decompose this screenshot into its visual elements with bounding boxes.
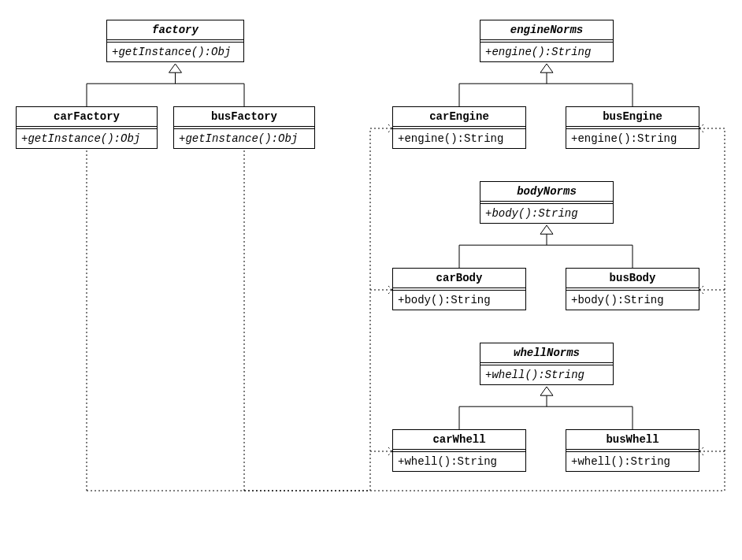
class-factory: factory+getInstance():Obj (106, 20, 244, 62)
svg-marker-5 (540, 64, 553, 72)
class-carFactory: carFactory+getInstance():Obj (16, 106, 158, 149)
class-title: carWhell (393, 430, 525, 450)
class-title: factory (107, 20, 243, 40)
svg-line-36 (699, 124, 704, 128)
class-whellNorms: whellNorms+whell():String (480, 343, 614, 385)
class-busBody: busBody+body():String (566, 268, 699, 310)
class-title: busWhell (566, 430, 699, 450)
svg-line-39 (699, 285, 704, 290)
class-title: busBody (566, 269, 699, 288)
class-method: +engine():String (480, 43, 613, 61)
class-engineNorms: engineNorms+engine():String (480, 20, 614, 62)
class-title: carFactory (17, 107, 157, 127)
class-title: bodyNorms (480, 182, 613, 202)
class-method: +whell():String (393, 452, 525, 471)
svg-line-43 (699, 451, 704, 456)
class-busEngine: busEngine+engine():String (566, 106, 699, 149)
uml-canvas: factory+getInstance():ObjcarFactory+getI… (0, 0, 742, 560)
class-busFactory: busFactory+getInstance():Obj (173, 106, 315, 149)
class-title: busEngine (566, 107, 699, 127)
class-method: +whell():String (566, 452, 699, 471)
class-method: +body():String (566, 291, 699, 310)
class-method: +getInstance():Obj (107, 43, 243, 61)
svg-line-40 (699, 290, 704, 295)
svg-line-42 (699, 447, 704, 451)
class-method: +whell():String (480, 365, 613, 384)
class-title: busFactory (174, 107, 314, 127)
svg-marker-10 (540, 225, 553, 234)
class-busWhell: busWhell+whell():String (566, 429, 699, 472)
class-bodyNorms: bodyNorms+body():String (480, 181, 614, 224)
class-method: +getInstance():Obj (174, 129, 314, 148)
class-method: +body():String (393, 291, 525, 310)
svg-line-37 (699, 128, 704, 133)
class-carEngine: carEngine+engine():String (392, 106, 526, 149)
class-method: +getInstance():Obj (17, 129, 157, 148)
class-carWhell: carWhell+whell():String (392, 429, 526, 472)
class-title: whellNorms (480, 343, 613, 363)
class-method: +engine():String (566, 129, 699, 148)
class-method: +engine():String (393, 129, 525, 148)
class-title: carBody (393, 269, 525, 288)
svg-marker-15 (540, 387, 553, 395)
class-title: engineNorms (480, 20, 613, 40)
svg-marker-0 (169, 64, 182, 72)
class-method: +body():String (480, 204, 613, 223)
class-carBody: carBody+body():String (392, 268, 526, 310)
class-title: carEngine (393, 107, 525, 127)
